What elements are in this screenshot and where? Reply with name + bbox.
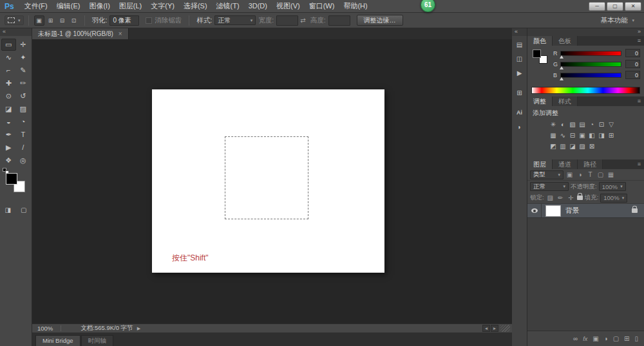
adjustment-icon[interactable]: ▣ (578, 131, 586, 140)
layer-filter-dropdown[interactable]: 类型 ▾ (530, 170, 564, 179)
tab-color[interactable]: 颜色 (527, 36, 553, 46)
adjustment-icon[interactable]: ✳ (549, 120, 557, 129)
menu-edit[interactable]: 编辑(E) (52, 0, 85, 12)
subtract-selection-icon[interactable]: ⊟ (57, 15, 68, 26)
refine-edge-button[interactable]: 调整边缘… (357, 15, 403, 26)
filter-pixel-layers-icon[interactable]: ▣ (565, 171, 574, 178)
menu-view[interactable]: 视图(V) (272, 0, 305, 12)
scroll-right-icon[interactable]: ▸ (491, 325, 498, 332)
tool-pen[interactable]: ✒ (1, 129, 16, 141)
adjustment-icon[interactable]: ◧ (588, 131, 596, 140)
panel-menu-icon[interactable]: ≡ (634, 36, 644, 46)
slider-thumb[interactable] (560, 66, 564, 69)
layer-row-background[interactable]: 背景 (527, 204, 644, 218)
adjustment-icon[interactable]: ▤ (578, 120, 586, 129)
link-layers-icon[interactable]: ∞ (573, 335, 578, 342)
lock-pixels-icon[interactable]: ✏ (556, 194, 565, 201)
visibility-toggle[interactable] (527, 204, 542, 217)
minimize-button[interactable]: ─ (589, 2, 605, 11)
adjustment-layer-icon[interactable]: ◑ (604, 335, 608, 342)
status-menu-icon[interactable]: ▶ (137, 326, 140, 331)
style-dropdown[interactable]: 正常 ▾ (214, 15, 256, 25)
antialias-checkbox[interactable] (146, 17, 152, 24)
menu-window[interactable]: 窗口(W) (305, 0, 339, 12)
screen-mode-icon[interactable]: ▢ (18, 205, 30, 215)
tab-timeline[interactable]: 时间轴 (81, 335, 114, 346)
document-tab[interactable]: 未标题-1 @ 100%(RGB/8) × (32, 28, 129, 39)
ai-panel-icon[interactable]: Ai (513, 107, 526, 118)
tool-type[interactable]: T (16, 129, 31, 141)
tool-zoom[interactable]: ◎ (16, 154, 31, 167)
menu-3d[interactable]: 3D(D) (244, 0, 272, 12)
lock-position-icon[interactable]: ✛ (567, 194, 575, 201)
green-value[interactable]: 0 (625, 60, 640, 68)
adjustment-icon[interactable]: ◪ (569, 142, 576, 150)
menu-file[interactable]: 文件(F) (20, 0, 52, 12)
adjustment-icon[interactable]: ◨ (598, 131, 605, 140)
new-layer-icon[interactable]: ⊞ (624, 335, 629, 342)
panel-menu-icon[interactable]: ≡ (634, 96, 644, 106)
foreground-color-swatch[interactable] (533, 50, 541, 58)
workspace-switcher[interactable]: 基本功能 ▾ (596, 15, 639, 26)
tool-eyedropper[interactable]: ✎ (16, 64, 31, 77)
document-page[interactable]: 按住"Shift" (152, 89, 384, 273)
tool-spot-healing[interactable]: ✚ (1, 77, 16, 89)
adjustment-icon[interactable]: ⊟ (569, 131, 576, 140)
tab-layers[interactable]: 图层 (527, 159, 553, 169)
color-spectrum-bar[interactable] (531, 87, 640, 94)
adjustment-icon[interactable]: ▨ (578, 142, 586, 150)
maximize-button[interactable]: ▢ (607, 2, 623, 11)
add-mask-icon[interactable]: ▣ (592, 335, 598, 342)
swap-dimensions-icon[interactable]: ⇄ (300, 17, 305, 24)
adjustment-icon[interactable]: ⊡ (598, 120, 605, 129)
tool-quick-selection[interactable]: ✦ (16, 51, 31, 64)
actions-panel-icon[interactable]: ▶ (513, 68, 526, 78)
collapse-panels-icon[interactable]: » (638, 28, 641, 35)
new-group-icon[interactable]: ▢ (613, 335, 619, 342)
menu-filter[interactable]: 滤镜(T) (212, 0, 244, 12)
tool-hand[interactable]: ❖ (1, 154, 16, 167)
blue-value[interactable]: 0 (625, 71, 640, 79)
lock-all-icon[interactable] (577, 196, 583, 200)
fill-dropdown[interactable]: 100% ▾ (600, 194, 627, 203)
tool-blur[interactable]: ◒ (1, 116, 16, 128)
menu-help[interactable]: 帮助(H) (339, 0, 372, 12)
width-input[interactable] (276, 15, 298, 26)
green-slider[interactable] (560, 62, 621, 67)
delete-layer-icon[interactable]: ▯ (634, 335, 638, 342)
zoom-level[interactable]: 100% (37, 325, 53, 332)
tool-preset-picker[interactable]: ▾ (5, 15, 24, 25)
blend-mode-dropdown[interactable]: 正常 ▾ (530, 182, 569, 191)
adjustment-icon[interactable]: ◔ (588, 120, 596, 129)
layer-style-icon[interactable]: fx (583, 336, 587, 342)
layer-thumbnail[interactable] (545, 205, 561, 217)
adjustment-icon[interactable]: ▦ (549, 131, 557, 140)
notes-panel-icon[interactable]: ◗ (513, 122, 526, 132)
adjustment-icon[interactable]: ⊞ (607, 131, 615, 140)
new-selection-icon[interactable]: ▣ (34, 15, 44, 26)
tab-adjustments[interactable]: 调整 (527, 96, 553, 106)
tool-crop[interactable]: ⌐ (1, 64, 16, 77)
tab-close-icon[interactable]: × (118, 30, 122, 37)
tool-dodge[interactable]: ◔ (16, 116, 31, 128)
slider-thumb[interactable] (560, 55, 564, 59)
tool-rect-marquee[interactable]: ▭ (1, 39, 16, 51)
scroll-left-icon[interactable]: ◂ (482, 325, 490, 332)
feather-input[interactable] (109, 15, 139, 26)
blue-slider[interactable] (560, 73, 621, 78)
adjustment-icon[interactable]: ▥ (559, 142, 567, 150)
menu-type[interactable]: 文字(Y) (146, 0, 179, 12)
height-input[interactable] (328, 15, 350, 26)
quick-mask-icon[interactable]: ◨ (2, 205, 14, 215)
panel-color-swatches[interactable] (533, 50, 549, 65)
tool-clone-stamp[interactable]: ⊙ (1, 90, 16, 102)
filter-shape-layers-icon[interactable]: ▢ (596, 171, 605, 178)
adjustment-icon[interactable]: ▽ (607, 120, 615, 129)
filter-type-layers-icon[interactable]: T (586, 171, 594, 178)
tool-lasso[interactable]: ∿ (1, 51, 16, 64)
tool-path-selection[interactable]: ▶ (1, 141, 16, 154)
adjustment-icon[interactable]: ◐ (559, 120, 567, 129)
adjustment-icon[interactable]: ▧ (569, 120, 576, 129)
filter-smart-object-icon[interactable]: ▦ (607, 171, 615, 178)
tool-eraser[interactable]: ◪ (1, 103, 16, 115)
